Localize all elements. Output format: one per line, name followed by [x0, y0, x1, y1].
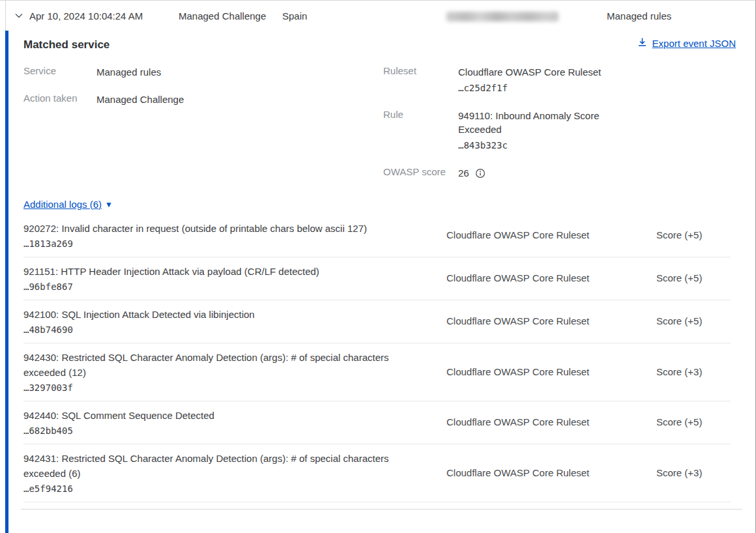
log-row: 921151: HTTP Header Injection Attack via…	[23, 257, 731, 300]
log-ruleset: Cloudflare OWASP Core Ruleset	[414, 366, 656, 377]
log-rule-description: 920272: Invalid character in request (ou…	[23, 221, 414, 236]
log-rule-id: …1813a269	[23, 238, 414, 249]
log-row: 942431: Restricted SQL Character Anomaly…	[23, 444, 731, 502]
chevron-down-icon[interactable]	[12, 8, 26, 23]
log-row: 942100: SQL Injection Attack Detected vi…	[23, 300, 731, 343]
log-row: 942440: SQL Comment Sequence Detected …6…	[23, 401, 731, 444]
rule-id: …843b323c	[458, 139, 616, 152]
rule-field: Rule 949110: Inbound Anomaly Score Excee…	[383, 109, 736, 152]
event-service: Managed rules	[607, 10, 671, 22]
rule-name: 949110: Inbound Anomaly Score Exceeded	[458, 109, 616, 136]
download-icon	[637, 37, 647, 49]
security-event-detail: Apr 10, 2024 10:04:24 AM Managed Challen…	[0, 0, 756, 533]
triangle-down-icon: ▼	[105, 200, 113, 209]
panel-title: Matched service	[23, 37, 109, 51]
ruleset-id: …c25d2f1f	[458, 81, 601, 95]
log-rule-id: …96bfe867	[23, 281, 414, 292]
event-summary-row[interactable]: Apr 10, 2024 10:04:24 AM Managed Challen…	[5, 1, 755, 31]
log-ruleset: Cloudflare OWASP Core Ruleset	[414, 467, 656, 478]
event-action: Managed Challenge	[179, 10, 266, 22]
log-ruleset: Cloudflare OWASP Core Ruleset	[414, 272, 656, 283]
log-rule-id: …3297003f	[23, 382, 414, 393]
event-detail-panel: Matched service Export event JSON Servic…	[5, 31, 755, 533]
log-row: 920272: Invalid character in request (ou…	[23, 214, 731, 257]
log-rule-description: 942431: Restricted SQL Character Anomaly…	[23, 451, 414, 481]
log-rule-description: 942100: SQL Injection Attack Detected vi…	[23, 307, 414, 322]
log-ruleset: Cloudflare OWASP Core Ruleset	[414, 416, 656, 427]
event-country: Spain	[282, 10, 307, 22]
action-taken-value: Managed Challenge	[96, 93, 184, 106]
log-rule-description: 921151: HTTP Header Injection Attack via…	[23, 264, 414, 279]
log-score: Score (+3)	[656, 366, 731, 377]
owasp-score-label: OWASP score	[383, 166, 458, 180]
additional-logs-label: Additional logs (6)	[23, 199, 102, 210]
log-rule-id: …48b74690	[23, 324, 414, 335]
log-score: Score (+5)	[656, 272, 731, 283]
ruleset-field: Ruleset Cloudflare OWASP Core Ruleset …c…	[383, 65, 736, 95]
log-ruleset: Cloudflare OWASP Core Ruleset	[414, 315, 656, 326]
export-event-json-button[interactable]: Export event JSON	[637, 37, 736, 49]
owasp-score-value: 26	[458, 166, 469, 180]
log-score: Score (+5)	[656, 229, 731, 240]
service-label: Service	[23, 65, 96, 79]
action-taken-field: Action taken Managed Challenge	[23, 93, 383, 106]
service-value: Managed rules	[96, 65, 161, 79]
service-field: Service Managed rules	[23, 65, 383, 79]
panel-bottom-divider	[21, 509, 742, 510]
log-ruleset: Cloudflare OWASP Core Ruleset	[414, 229, 656, 240]
log-rule-id: …682bb405	[23, 425, 414, 436]
owasp-score-field: OWASP score 26	[383, 166, 736, 180]
log-score: Score (+5)	[656, 416, 731, 427]
log-score: Score (+5)	[656, 315, 731, 326]
ruleset-name: Cloudflare OWASP Core Ruleset	[458, 65, 601, 79]
additional-logs-table: 920272: Invalid character in request (ou…	[23, 214, 731, 502]
log-rule-id: …e5f94216	[23, 483, 414, 494]
log-rule-description: 942440: SQL Comment Sequence Detected	[23, 408, 414, 423]
ruleset-label: Ruleset	[383, 65, 458, 95]
log-rule-description: 942430: Restricted SQL Character Anomaly…	[23, 350, 414, 380]
log-row: 942430: Restricted SQL Character Anomaly…	[23, 343, 731, 401]
export-event-json-label: Export event JSON	[652, 38, 736, 49]
info-icon[interactable]	[475, 168, 486, 179]
log-score: Score (+3)	[656, 467, 731, 478]
redacted-value	[446, 12, 559, 22]
event-timestamp: Apr 10, 2024 10:04:24 AM	[29, 10, 143, 22]
rule-label: Rule	[383, 109, 458, 152]
additional-logs-toggle[interactable]: Additional logs (6) ▼	[23, 199, 113, 210]
action-taken-label: Action taken	[23, 93, 96, 106]
